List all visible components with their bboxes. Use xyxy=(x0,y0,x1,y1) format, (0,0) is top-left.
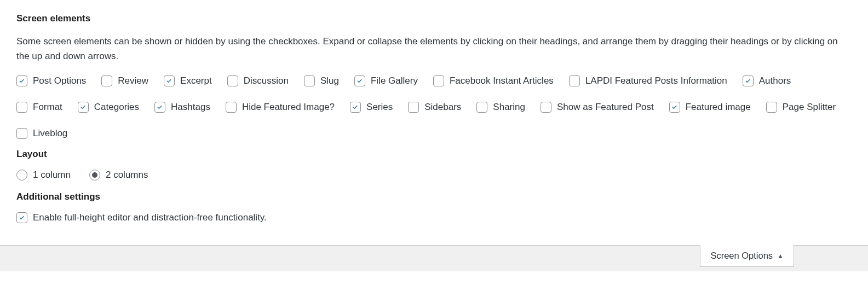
checkbox-label: Post Options xyxy=(33,75,86,86)
checkbox-label: Format xyxy=(33,102,62,113)
checkbox-box-icon xyxy=(16,75,27,86)
checkbox-label: Sharing xyxy=(493,102,525,113)
screen-options-panel: Screen elements Some screen elements can… xyxy=(0,0,868,245)
checkbox-label: Enable full-height editor and distractio… xyxy=(33,212,267,223)
checkbox-format[interactable]: Format xyxy=(16,102,62,113)
checkbox-box-icon xyxy=(433,75,444,86)
checkbox-label: Discussion xyxy=(244,75,289,86)
checkbox-hashtags[interactable]: Hashtags xyxy=(154,102,210,113)
checkbox-box-icon xyxy=(354,75,365,86)
checkbox-box-icon xyxy=(541,102,551,113)
checkbox-box-icon xyxy=(154,102,165,113)
checkbox-box-icon xyxy=(569,75,580,86)
screen-options-tab[interactable]: Screen Options ▲ xyxy=(700,245,794,267)
radio-label: 1 column xyxy=(33,170,71,181)
checkbox-review[interactable]: Review xyxy=(101,75,148,86)
bottom-tab-strip: Screen Options ▲ xyxy=(0,245,868,271)
checkbox-lapdi-featured-posts-information[interactable]: LAPDI Featured Posts Information xyxy=(569,75,727,86)
layout-heading: Layout xyxy=(16,149,852,160)
checkbox-label: Excerpt xyxy=(180,75,212,86)
checkbox-post-options[interactable]: Post Options xyxy=(16,75,86,86)
checkbox-label: Authors xyxy=(759,75,791,86)
screen-options-tab-label: Screen Options xyxy=(710,251,773,261)
checkbox-sharing[interactable]: Sharing xyxy=(476,102,525,113)
checkbox-discussion[interactable]: Discussion xyxy=(227,75,289,86)
checkbox-box-icon xyxy=(743,75,754,86)
checkbox-label: Facebook Instant Articles xyxy=(450,75,554,86)
checkbox-excerpt[interactable]: Excerpt xyxy=(164,75,212,86)
radio-2-columns[interactable]: 2 columns xyxy=(89,170,148,181)
checkbox-label: Hashtags xyxy=(171,102,210,113)
checkbox-slug[interactable]: Slug xyxy=(304,75,339,86)
checkbox-label: Review xyxy=(118,75,148,86)
checkbox-box-icon xyxy=(16,128,27,139)
checkbox-hide-featured-image[interactable]: Hide Featured Image? xyxy=(226,102,335,113)
checkbox-label: Page Splitter xyxy=(783,102,836,113)
checkbox-box-icon xyxy=(78,102,89,113)
additional-settings-list: Enable full-height editor and distractio… xyxy=(16,212,852,223)
checkbox-file-gallery[interactable]: File Gallery xyxy=(354,75,418,86)
checkbox-label: LAPDI Featured Posts Information xyxy=(585,75,727,86)
caret-up-icon: ▲ xyxy=(777,252,784,260)
checkbox-featured-image[interactable]: Featured image xyxy=(669,102,751,113)
checkbox-box-icon xyxy=(766,102,777,113)
checkbox-label: Featured image xyxy=(686,102,751,113)
checkbox-box-icon xyxy=(304,75,315,86)
checkbox-box-icon xyxy=(669,102,680,113)
checkbox-box-icon xyxy=(16,212,27,223)
additional-settings-heading: Additional settings xyxy=(16,191,852,202)
checkbox-sidebars[interactable]: Sidebars xyxy=(408,102,461,113)
checkbox-liveblog[interactable]: Liveblog xyxy=(16,128,67,139)
checkbox-box-icon xyxy=(350,102,361,113)
checkbox-box-icon xyxy=(408,102,419,113)
checkbox-authors[interactable]: Authors xyxy=(743,75,791,86)
checkbox-box-icon xyxy=(16,102,27,113)
checkbox-page-splitter[interactable]: Page Splitter xyxy=(766,102,836,113)
layout-options: 1 column2 columns xyxy=(16,170,852,181)
checkbox-show-as-featured-post[interactable]: Show as Featured Post xyxy=(541,102,654,113)
screen-elements-description: Some screen elements can be shown or hid… xyxy=(16,34,852,63)
checkbox-series[interactable]: Series xyxy=(350,102,393,113)
checkbox-label: File Gallery xyxy=(371,75,418,86)
checkbox-box-icon xyxy=(226,102,237,113)
checkbox-label: Show as Featured Post xyxy=(557,102,654,113)
checkbox-label: Slug xyxy=(320,75,339,86)
radio-circle-icon xyxy=(89,170,100,181)
screen-elements-heading: Screen elements xyxy=(16,13,852,24)
radio-label: 2 columns xyxy=(106,170,148,181)
checkbox-box-icon xyxy=(164,75,175,86)
screen-elements-list: Post OptionsReviewExcerptDiscussionSlugF… xyxy=(16,75,852,139)
radio-1-column[interactable]: 1 column xyxy=(16,170,71,181)
checkbox-label: Liveblog xyxy=(33,128,67,139)
checkbox-box-icon xyxy=(476,102,487,113)
checkbox-label: Categories xyxy=(94,102,139,113)
checkbox-label: Series xyxy=(366,102,393,113)
checkbox-categories[interactable]: Categories xyxy=(78,102,139,113)
checkbox-enable-full-height-editor-and-distractio[interactable]: Enable full-height editor and distractio… xyxy=(16,212,267,223)
checkbox-box-icon xyxy=(101,75,112,86)
checkbox-box-icon xyxy=(227,75,238,86)
checkbox-label: Sidebars xyxy=(424,102,461,113)
radio-circle-icon xyxy=(16,170,27,181)
checkbox-label: Hide Featured Image? xyxy=(242,102,335,113)
checkbox-facebook-instant-articles[interactable]: Facebook Instant Articles xyxy=(433,75,554,86)
